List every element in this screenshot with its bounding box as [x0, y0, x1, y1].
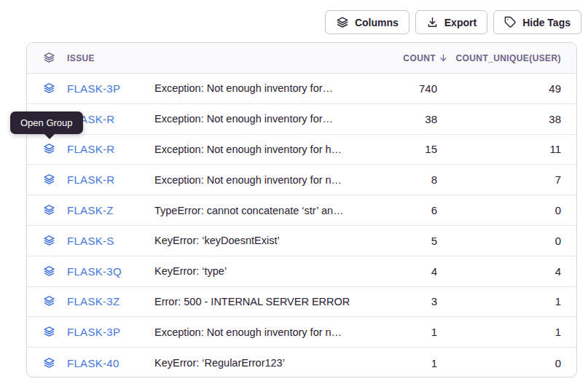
count-value: 1 — [379, 326, 448, 338]
issue-layers-icon[interactable] — [27, 357, 67, 369]
issue-layers-icon[interactable] — [27, 295, 67, 307]
count-unique-value: 11 — [448, 143, 576, 155]
count-value: 4 — [379, 265, 448, 278]
header-layers-icon — [27, 52, 67, 64]
count-unique-value: 1 — [448, 295, 576, 307]
table-row[interactable]: FLASK-Z TypeError: cannot concatenate ‘s… — [27, 195, 576, 226]
issue-title: Exception: Not enough inventory for h… — [154, 144, 379, 155]
issue-layers-icon[interactable] — [27, 235, 67, 247]
table-body: FLASK-3P Exception: Not enough inventory… — [27, 74, 576, 377]
count-value: 8 — [379, 173, 448, 186]
count-unique-value: 0 — [448, 357, 576, 369]
column-header-count[interactable]: COUNT — [379, 53, 448, 63]
issue-layers-icon[interactable] — [27, 82, 67, 95]
columns-button-label: Columns — [355, 17, 399, 28]
count-value: 5 — [379, 235, 448, 247]
issues-table: ISSUE COUNT COUNT_UNIQUE(USER) FLASK-3P … — [26, 42, 577, 377]
count-value: 3 — [379, 295, 448, 307]
count-value: 6 — [379, 204, 448, 216]
count-value: 740 — [379, 82, 448, 95]
table-row[interactable]: FLASK-3Q KeyError: ‘type’ 4 4 — [27, 256, 576, 287]
table-row[interactable]: FLASK-R Exception: Not enough inventory … — [27, 104, 576, 135]
columns-button[interactable]: Columns — [325, 10, 409, 34]
count-unique-value: 38 — [448, 113, 576, 125]
column-header-issue[interactable]: ISSUE — [67, 53, 154, 63]
table-row[interactable]: FLASK-R Exception: Not enough inventory … — [27, 135, 576, 165]
issue-title: KeyError: ‘type’ — [154, 265, 379, 277]
hide-tags-button[interactable]: Hide Tags — [493, 10, 581, 34]
export-button-label: Export — [444, 17, 477, 28]
export-button[interactable]: Export — [415, 10, 487, 34]
table-row[interactable]: FLASK-S KeyError: ‘keyDoesntExist’ 5 0 — [27, 226, 576, 256]
issue-id-link[interactable]: FLASK-Z — [67, 204, 114, 216]
tag-icon — [504, 16, 517, 28]
issue-title: Exception: Not enough inventory for n… — [154, 174, 379, 186]
hide-tags-button-label: Hide Tags — [522, 17, 571, 28]
count-unique-value: 0 — [448, 235, 576, 247]
issue-title: Exception: Not enough inventory for… — [154, 113, 379, 125]
column-header-count-unique[interactable]: COUNT_UNIQUE(USER) — [448, 53, 576, 63]
issue-title: Exception: Not enough inventory for n… — [154, 326, 379, 338]
issue-layers-icon[interactable] — [27, 204, 67, 216]
table-row[interactable]: FLASK-3P Exception: Not enough inventory… — [27, 74, 576, 104]
issue-id-link[interactable]: FLASK-40 — [67, 357, 119, 369]
count-unique-value: 7 — [448, 173, 576, 186]
toolbar: Columns Export Hide Tags — [325, 10, 581, 34]
issue-title: Exception: Not enough inventory for… — [154, 82, 379, 94]
count-value: 1 — [379, 357, 448, 369]
issue-title: Error: 500 - INTERNAL SERVER ERROR — [154, 296, 379, 307]
issue-layers-icon[interactable] — [27, 265, 67, 278]
sort-descending-icon — [439, 53, 448, 63]
issue-layers-icon[interactable] — [27, 173, 67, 186]
issue-id-link[interactable]: FLASK-3P — [67, 326, 120, 338]
table-header: ISSUE COUNT COUNT_UNIQUE(USER) — [27, 43, 576, 74]
issue-id-link[interactable]: FLASK-R — [67, 143, 114, 155]
issue-id-link[interactable]: FLASK-3Q — [67, 265, 122, 278]
count-value: 15 — [379, 143, 448, 155]
issue-title: KeyError: ‘RegularError123’ — [154, 357, 379, 369]
count-unique-value: 0 — [448, 204, 576, 216]
download-icon — [426, 16, 439, 28]
table-row[interactable]: FLASK-40 KeyError: ‘RegularError123’ 1 0 — [27, 348, 576, 377]
issue-title: KeyError: ‘keyDoesntExist’ — [154, 235, 379, 246]
issue-id-link[interactable]: FLASK-3P — [67, 82, 120, 95]
count-value: 38 — [379, 113, 448, 125]
issue-id-link[interactable]: FLASK-R — [67, 173, 114, 186]
count-unique-value: 49 — [448, 82, 576, 95]
issue-layers-icon[interactable] — [27, 143, 67, 155]
issue-title: TypeError: cannot concatenate ‘str’ an… — [154, 205, 379, 216]
layers-icon — [336, 16, 349, 29]
count-unique-value: 1 — [448, 326, 576, 338]
tooltip-text: Open Group — [20, 117, 73, 128]
issue-id-link[interactable]: FLASK-S — [67, 235, 114, 247]
table-row[interactable]: FLASK-R Exception: Not enough inventory … — [27, 165, 576, 195]
issue-id-link[interactable]: FLASK-3Z — [67, 295, 119, 307]
table-row[interactable]: FLASK-3Z Error: 500 - INTERNAL SERVER ER… — [27, 287, 576, 318]
issue-layers-icon[interactable] — [27, 326, 67, 338]
table-row[interactable]: FLASK-3P Exception: Not enough inventory… — [27, 317, 576, 348]
count-unique-value: 4 — [448, 265, 576, 278]
tooltip: Open Group — [10, 111, 83, 134]
